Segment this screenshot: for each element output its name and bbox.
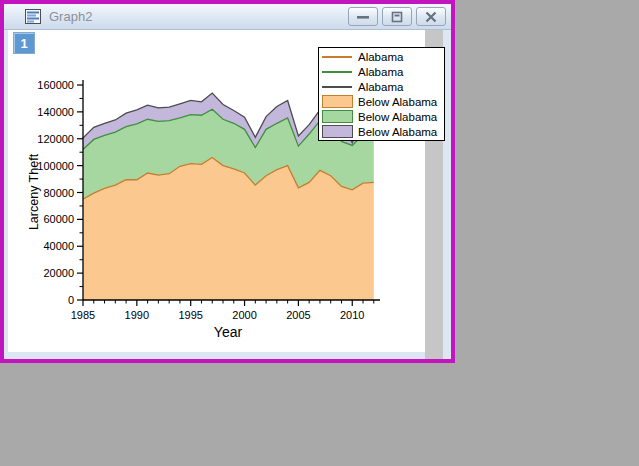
window-title: Graph2 <box>49 9 92 24</box>
y-tick-label: 160000 <box>37 79 74 91</box>
y-tick-label: 120000 <box>37 133 74 145</box>
y-tick-label: 140000 <box>37 106 74 118</box>
x-tick-label: 1990 <box>125 309 149 321</box>
x-tick-label: 2005 <box>286 309 310 321</box>
legend-entry: Alabama <box>322 49 444 64</box>
y-tick-label: 100000 <box>37 160 74 172</box>
legend-line-swatch <box>322 71 352 73</box>
legend-fill-swatch <box>322 110 353 123</box>
restore-icon <box>389 11 405 23</box>
y-axis-title: Larceny Theft <box>27 153 41 230</box>
graph-page[interactable]: 1 02000040000600008000010000012000014000… <box>8 30 425 352</box>
window-client-area: 1 02000040000600008000010000012000014000… <box>4 30 451 359</box>
legend-line-swatch <box>322 56 352 58</box>
legend-fill-swatch <box>322 95 353 108</box>
legend-label: Alabama <box>355 81 403 93</box>
legend-entry: Below Alabama <box>322 94 444 109</box>
graph-window-icon <box>25 9 41 24</box>
legend-label: Below Alabama <box>355 96 437 108</box>
legend-label: Alabama <box>355 51 403 63</box>
restore-button[interactable] <box>382 7 412 26</box>
y-tick-label: 20000 <box>43 267 74 279</box>
title-bar[interactable]: Graph2 <box>4 4 451 30</box>
y-tick-label: 40000 <box>43 240 74 252</box>
layer-1-badge[interactable]: 1 <box>13 32 35 54</box>
y-tick-label: 80000 <box>43 187 74 199</box>
graph-window[interactable]: Graph2 1 <box>0 0 455 363</box>
x-tick-label: 2000 <box>232 309 256 321</box>
legend-entry: Below Alabama <box>322 109 444 124</box>
minimize-button[interactable] <box>348 7 378 26</box>
legend-fill-swatch <box>322 125 353 138</box>
x-tick-label: 1985 <box>71 309 95 321</box>
legend-label: Below Alabama <box>355 111 437 123</box>
x-tick-label: 1995 <box>178 309 202 321</box>
legend-entry: Alabama <box>322 64 444 79</box>
legend-label: Below Alabama <box>355 126 437 138</box>
legend-entry: Alabama <box>322 79 444 94</box>
close-button[interactable] <box>416 7 446 26</box>
close-icon <box>423 11 439 23</box>
x-axis-title: Year <box>214 324 243 340</box>
legend-label: Alabama <box>355 66 403 78</box>
y-tick-label: 0 <box>68 294 74 306</box>
legend-line-swatch <box>322 86 352 88</box>
legend-entry: Below Alabama <box>322 124 444 139</box>
minimize-icon <box>355 11 371 23</box>
y-tick-label: 60000 <box>43 213 74 225</box>
legend[interactable]: AlabamaAlabamaAlabamaBelow AlabamaBelow … <box>318 47 445 141</box>
x-tick-label: 2010 <box>340 309 364 321</box>
